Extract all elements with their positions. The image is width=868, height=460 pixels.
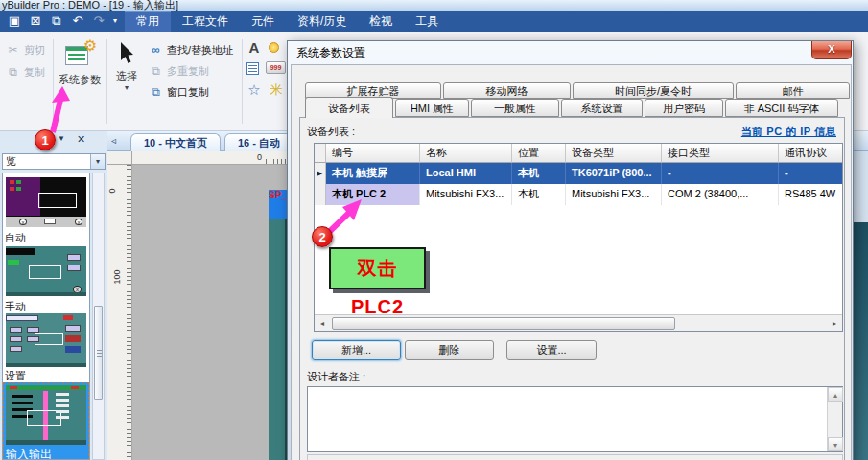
ribbon-tab-home[interactable]: 常用	[125, 11, 171, 32]
tab-user-password[interactable]: 用户密码	[645, 99, 723, 117]
ribbon-tab-project[interactable]: 工程文件	[171, 11, 240, 32]
designer-notes-label: 设计者备注 :	[307, 370, 365, 384]
page-label[interactable]: 自动	[5, 231, 26, 245]
cursor-arrow-icon	[119, 42, 134, 65]
scroll-left-icon[interactable]: ◂	[315, 316, 330, 331]
star-object-icon[interactable]: ☆	[246, 82, 263, 98]
row-marker-icon: ▶	[315, 163, 326, 184]
delete-device-button[interactable]: 删除	[405, 340, 494, 360]
ribbon-tab-tool[interactable]: 工具	[404, 11, 450, 32]
select-button[interactable]: 选择 ▾	[108, 38, 145, 132]
canvas-teal-panel[interactable]	[269, 219, 288, 460]
notes-vertical-scrollbar[interactable]: ▴ ▾	[827, 387, 842, 451]
gear-icon: ⚙	[83, 36, 97, 55]
tab-scroll-left-icon[interactable]: ◃	[111, 135, 116, 146]
column-header-interface[interactable]: 接口类型	[662, 144, 779, 163]
undo-icon[interactable]: ↶	[67, 12, 88, 30]
export-icon[interactable]: ⊠	[25, 12, 46, 30]
spark-object-icon[interactable]: 米	[268, 82, 285, 98]
window-paste-icon[interactable]: ⧉	[46, 12, 67, 30]
column-header-name[interactable]: 名称	[420, 144, 512, 163]
window-copy-button[interactable]: ⧉ 窗口复制	[148, 84, 209, 100]
doc-tab-auto[interactable]: 16 - 自动	[224, 133, 293, 151]
device-settings-button[interactable]: 设置...	[506, 340, 597, 360]
cut-button[interactable]: ✂ 剪切	[5, 42, 45, 58]
dropdown-caret-icon: ▾	[90, 154, 105, 169]
table-row-local-hmi[interactable]: ▶ 本机 触摸屏 Local HMI 本机 TK6071iP (800... -…	[315, 163, 842, 184]
numeric-object-icon[interactable]: 999	[266, 61, 286, 74]
cut-label: 剪切	[24, 43, 45, 58]
ribbon-separator	[242, 39, 243, 124]
selected-page-highlight[interactable]: 输入输出	[3, 382, 89, 460]
tab-hmi-attributes[interactable]: HMI 属性	[395, 99, 469, 117]
column-header-device-type[interactable]: 设备类型	[566, 144, 662, 163]
page-thumbnail[interactable]	[6, 385, 86, 445]
dialog-close-button[interactable]: X	[811, 41, 852, 59]
find-replace-address-button[interactable]: ∞ 查找/替换地址	[148, 42, 233, 58]
page-thumbnail[interactable]: x x	[6, 177, 86, 227]
tab-system-settings[interactable]: 系统设置	[561, 99, 643, 117]
cell-name: Local HMI	[420, 163, 512, 184]
lamp-icon[interactable]	[269, 42, 279, 53]
page-thumbnail-list: x x 自动 x 手动	[2, 172, 90, 460]
scroll-down-icon[interactable]: ▾	[828, 437, 843, 451]
vertical-ruler: 0 100	[107, 165, 132, 460]
ribbon-tab-view[interactable]: 检视	[358, 11, 404, 32]
window-preview-dropdown[interactable]: 览 ▾	[2, 153, 106, 170]
window-titlebar: yBuilder Pro : DEMO - [19 - 输入输出]	[0, 0, 868, 11]
column-header-protocol[interactable]: 通讯协议	[779, 144, 842, 163]
tab-non-ascii-fonts[interactable]: 非 ASCII 码字体	[725, 99, 838, 117]
tab-time-sync-dst[interactable]: 时间同步/夏令时	[573, 82, 734, 99]
row-selector-header	[315, 144, 326, 163]
scroll-up-icon[interactable]: ▴	[828, 387, 843, 402]
ribbon-tab-data-history[interactable]: 资料/历史	[286, 11, 358, 32]
cell-protocol: -	[779, 163, 842, 184]
panel-close-icon[interactable]: ✕	[77, 133, 85, 146]
double-click-plc2-callout: 双击PLC2	[329, 247, 426, 289]
tab-email[interactable]: 邮件	[736, 82, 850, 99]
ribbon-tab-bar: ▣ ⊠ ⧉ ↶ ↷ ▾ 常用 工程文件 元件 资料/历史 检视 工具	[0, 11, 868, 32]
cell-no: 本机 触摸屏	[326, 163, 420, 184]
text-object-icon[interactable]: A	[246, 40, 263, 56]
list-object-icon[interactable]	[246, 62, 259, 75]
window-copy-icon: ⧉	[148, 85, 164, 99]
copy-icon: ⧉	[5, 65, 21, 79]
scroll-left-icon[interactable]: ◂	[308, 456, 323, 460]
tab-cellular-network[interactable]: 移动网络	[443, 82, 571, 99]
page-thumbnail[interactable]: x	[6, 246, 86, 296]
current-pc-ip-link[interactable]: 当前 PC 的 IP 信息	[741, 125, 836, 139]
page-label[interactable]: 设置	[5, 369, 26, 383]
column-header-no[interactable]: 编号	[326, 144, 420, 163]
tab-general[interactable]: 一般属性	[471, 99, 559, 117]
new-device-button[interactable]: 新增...	[312, 340, 401, 360]
tab-device-list[interactable]: 设备列表	[305, 97, 393, 118]
scrollbar-thumb[interactable]	[94, 306, 103, 400]
column-header-location[interactable]: 位置	[512, 144, 566, 163]
cell-device-type: TK6071iP (800...	[566, 163, 662, 184]
canvas-sp-element[interactable]: SP_	[269, 190, 288, 220]
designer-notes-textarea[interactable]: ▴ ▾	[307, 386, 843, 452]
scroll-right-icon[interactable]: ▸	[827, 456, 842, 460]
notes-horizontal-scrollbar[interactable]: ◂ ▸	[307, 454, 843, 460]
copy-button[interactable]: ⧉ 复制	[5, 64, 45, 80]
dialog-title: 系统参数设置	[296, 45, 365, 61]
select-label: 选择	[108, 69, 145, 83]
table-header-row: 编号 名称 位置 设备类型 接口类型 通讯协议	[315, 144, 842, 163]
cell-protocol: RS485 4W	[779, 184, 842, 205]
page-label[interactable]: 输入输出	[6, 447, 52, 460]
quick-access-caret-icon[interactable]: ▾	[109, 12, 121, 30]
multi-copy-button[interactable]: ⧉ 多重复制	[148, 63, 209, 79]
redo-icon[interactable]: ↷	[88, 12, 109, 30]
ruler-v100-label: 100	[112, 269, 122, 284]
save-icon[interactable]: ▣	[4, 12, 25, 30]
page-label[interactable]: 手动	[5, 300, 26, 314]
select-caret-icon[interactable]: ▾	[108, 83, 145, 92]
sidebar-scrollbar[interactable]	[92, 172, 105, 460]
scroll-right-icon[interactable]: ▸	[827, 316, 842, 331]
table-row-plc2[interactable]: 本机 PLC 2 Mitsubishi FX3... 本机 Mitsubishi…	[315, 184, 842, 205]
system-parameters-icon: ⚙	[65, 42, 94, 69]
canvas-right-sliver-teal	[854, 222, 868, 460]
ribbon-tab-object[interactable]: 元件	[240, 11, 286, 32]
page-thumbnail[interactable]	[6, 313, 86, 367]
doc-tab-chinese-home[interactable]: 10 - 中文首页	[130, 133, 221, 151]
